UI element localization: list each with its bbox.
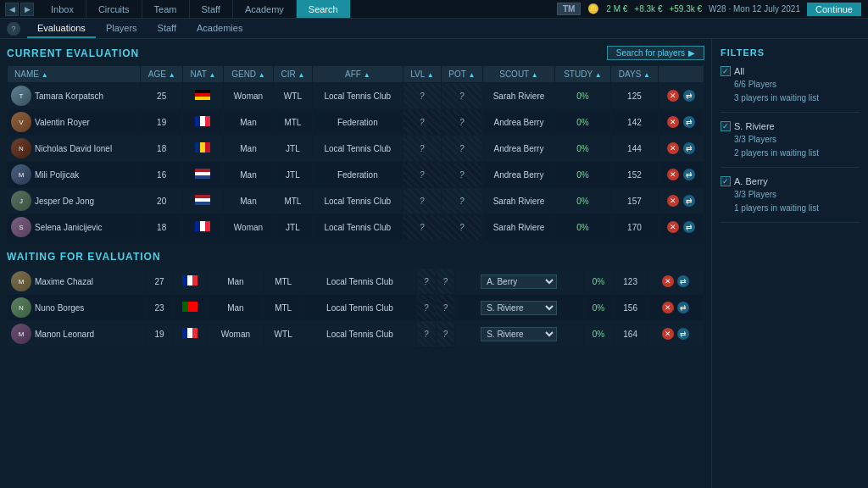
col-name[interactable]: NAME ▲ bbox=[8, 66, 141, 83]
player-scout-select[interactable]: A. Berry bbox=[454, 269, 583, 295]
table-row[interactable]: M Manon Leonard 19 Woman WTL Local Tenni… bbox=[8, 321, 704, 347]
col-days[interactable]: DAYS ▲ bbox=[610, 66, 659, 83]
swap-button[interactable]: ⇄ bbox=[683, 90, 695, 102]
remove-button[interactable]: ✕ bbox=[667, 195, 679, 207]
remove-button[interactable]: ✕ bbox=[667, 116, 679, 128]
swap-button[interactable]: ⇄ bbox=[677, 328, 689, 340]
col-affiliation[interactable]: AFF ▲ bbox=[312, 66, 403, 83]
player-study: 0% bbox=[555, 188, 610, 214]
player-potential: ? bbox=[441, 83, 482, 109]
subtab-staff[interactable]: Staff bbox=[147, 19, 186, 38]
delta1-display: +8.3k € bbox=[634, 4, 662, 14]
player-age: 18 bbox=[141, 214, 183, 241]
swap-button[interactable]: ⇄ bbox=[677, 302, 689, 313]
player-actions: ✕ ⇄ bbox=[647, 321, 704, 347]
player-study: 0% bbox=[583, 321, 614, 347]
player-age: 19 bbox=[141, 109, 183, 136]
tab-inbox[interactable]: Inbox bbox=[39, 0, 86, 18]
table-row[interactable]: N Nuno Borges 23 Man MTL Local Tennis Cl… bbox=[8, 295, 704, 321]
table-row[interactable]: N Nicholas David Ionel 18 Man JTL Local … bbox=[8, 136, 704, 162]
col-gender[interactable]: GEND ▲ bbox=[223, 66, 274, 83]
continue-button[interactable]: Continue bbox=[807, 3, 861, 16]
swap-button[interactable]: ⇄ bbox=[683, 142, 695, 154]
player-name-cell: S Selena Janicijevic bbox=[8, 214, 141, 241]
player-level: ? bbox=[403, 162, 442, 188]
player-gender: Man bbox=[223, 188, 274, 214]
player-name: Jesper De Jong bbox=[35, 197, 94, 206]
subtab-evaluations[interactable]: Evaluations bbox=[27, 19, 96, 38]
subtab-academies[interactable]: Academies bbox=[186, 19, 253, 38]
col-study[interactable]: STUDY ▲ bbox=[555, 66, 610, 83]
remove-button[interactable]: ✕ bbox=[662, 328, 674, 340]
swap-button[interactable]: ⇄ bbox=[683, 169, 695, 180]
player-affiliation: Local Tennis Club bbox=[312, 214, 403, 241]
swap-button[interactable]: ⇄ bbox=[683, 221, 695, 233]
player-age: 23 bbox=[147, 295, 173, 321]
main-content: CURRENT EVALUATION Search for players ▶ … bbox=[0, 39, 868, 488]
player-scout-select[interactable]: S. Riviere bbox=[454, 321, 583, 347]
player-study: 0% bbox=[555, 109, 610, 136]
search-players-button[interactable]: Search for players ▶ bbox=[607, 46, 704, 60]
player-scout: Sarah Riviere bbox=[482, 83, 554, 109]
col-circuit[interactable]: CIR ▲ bbox=[274, 66, 312, 83]
col-level[interactable]: LVL ▲ bbox=[403, 66, 442, 83]
help-icon[interactable]: ? bbox=[7, 22, 20, 36]
player-nat bbox=[183, 83, 224, 109]
table-row[interactable]: J Jesper De Jong 20 Man MTL Local Tennis… bbox=[8, 188, 704, 214]
remove-button[interactable]: ✕ bbox=[662, 302, 674, 313]
remove-button[interactable]: ✕ bbox=[667, 90, 679, 102]
player-actions: ✕ ⇄ bbox=[659, 109, 704, 136]
player-scout-select[interactable]: S. Riviere bbox=[454, 295, 583, 321]
tm-badge: TM bbox=[557, 3, 581, 15]
tab-team[interactable]: Team bbox=[142, 0, 190, 18]
col-potential[interactable]: POT ▲ bbox=[441, 66, 482, 83]
filter-group-a_berry: A. Berry 3/3 Players 1 players in waitin… bbox=[721, 176, 860, 223]
player-circuit: MTL bbox=[274, 188, 312, 214]
player-gender: Woman bbox=[223, 214, 274, 241]
tab-circuits[interactable]: Circuits bbox=[86, 0, 142, 18]
money-display: 2 M € bbox=[606, 4, 627, 14]
back-arrow[interactable]: ◀ bbox=[5, 3, 19, 16]
filter-label-all: All bbox=[734, 66, 744, 76]
tab-search[interactable]: Search bbox=[297, 0, 351, 18]
tab-academy[interactable]: Academy bbox=[233, 0, 297, 18]
table-header-row: NAME ▲ AGE ▲ NAT ▲ GEND ▲ CIR ▲ AFF ▲ LV… bbox=[8, 66, 704, 83]
remove-button[interactable]: ✕ bbox=[662, 275, 674, 287]
col-scout[interactable]: SCOUT ▲ bbox=[482, 66, 554, 83]
filter-checkbox-all[interactable] bbox=[721, 66, 731, 76]
player-actions: ✕ ⇄ bbox=[647, 295, 704, 321]
player-actions: ✕ ⇄ bbox=[659, 162, 704, 188]
player-days: 152 bbox=[610, 162, 659, 188]
swap-button[interactable]: ⇄ bbox=[683, 116, 695, 128]
forward-arrow[interactable]: ▶ bbox=[20, 3, 34, 16]
remove-button[interactable]: ✕ bbox=[667, 142, 679, 154]
top-navigation: ◀ ▶ Inbox Circuits Team Staff Academy Se… bbox=[0, 0, 868, 19]
filter-checkbox-a_berry[interactable] bbox=[721, 176, 731, 186]
scout-dropdown[interactable]: S. Riviere bbox=[481, 301, 557, 315]
remove-button[interactable]: ✕ bbox=[667, 169, 679, 180]
scout-dropdown[interactable]: A. Berry bbox=[481, 274, 557, 289]
table-row[interactable]: T Tamara Korpatsch 25 Woman WTL Local Te… bbox=[8, 83, 704, 109]
table-row[interactable]: V Valentin Royer 19 Man MTL Federation ?… bbox=[8, 109, 704, 136]
player-gender: Man bbox=[223, 162, 274, 188]
player-age: 16 bbox=[141, 162, 183, 188]
player-study: 0% bbox=[555, 136, 610, 162]
player-potential: ? bbox=[441, 109, 482, 136]
tab-staff[interactable]: Staff bbox=[190, 0, 233, 18]
player-name: Nicholas David Ionel bbox=[35, 144, 112, 153]
waiting-eval-table: M Maxime Chazal 27 Man MTL Local Tennis … bbox=[7, 268, 704, 347]
remove-button[interactable]: ✕ bbox=[667, 221, 679, 233]
swap-button[interactable]: ⇄ bbox=[677, 275, 689, 287]
player-affiliation: Local Tennis Club bbox=[312, 83, 403, 109]
filter-checkbox-s_riviere[interactable] bbox=[721, 121, 731, 131]
col-age[interactable]: AGE ▲ bbox=[141, 66, 183, 83]
table-row[interactable]: M Maxime Chazal 27 Man MTL Local Tennis … bbox=[8, 269, 704, 295]
col-nat[interactable]: NAT ▲ bbox=[183, 66, 224, 83]
player-level: ? bbox=[403, 214, 442, 241]
swap-button[interactable]: ⇄ bbox=[683, 195, 695, 207]
scout-dropdown[interactable]: S. Riviere bbox=[481, 327, 557, 341]
table-row[interactable]: S Selena Janicijevic 18 Woman JTL Local … bbox=[8, 214, 704, 241]
sub-navigation: ? Evaluations Players Staff Academies bbox=[0, 19, 868, 39]
subtab-players[interactable]: Players bbox=[96, 19, 147, 38]
table-row[interactable]: M Mili Poljicak 16 Man JTL Federation ? … bbox=[8, 162, 704, 188]
